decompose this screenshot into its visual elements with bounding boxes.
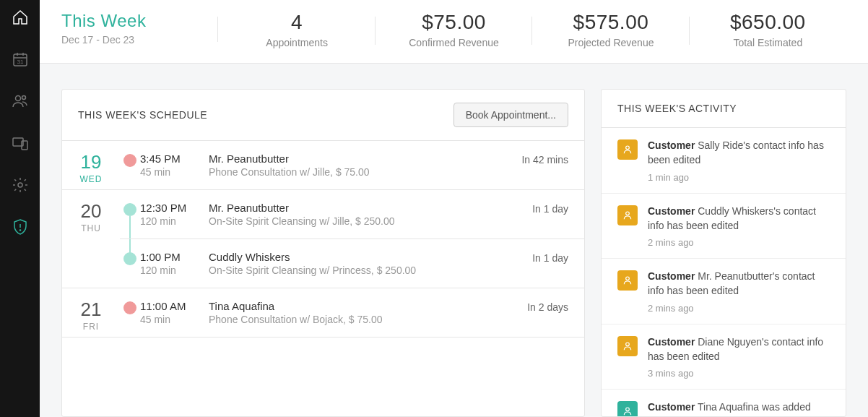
nav-calendar[interactable]: 31 [10,49,30,69]
nav-customers[interactable] [10,91,30,111]
svg-point-15 [626,343,630,346]
activity-body: Customer Diane Nguyen's contact info has… [648,335,830,379]
appointment-row[interactable]: 3:45 PM45 minMr. PeanutbutterPhone Consu… [120,141,584,189]
status-dot-col [120,202,140,216]
status-dot-icon [123,252,136,265]
day-group: 19WED3:45 PM45 minMr. PeanutbutterPhone … [62,141,584,190]
appointment-customer: Mr. Peanutbutter [209,202,489,214]
activity-title: THIS WEEK'S ACTIVITY [617,103,737,114]
status-dot-icon [123,154,136,167]
activity-item[interactable]: Customer Diane Nguyen's contact info has… [602,324,846,390]
appointment-eta: In 2 days [489,300,568,313]
svg-point-13 [626,212,630,215]
nav-home[interactable] [10,7,30,27]
schedule-title: THIS WEEK'S SCHEDULE [78,109,207,121]
detail-column: Cuddly WhiskersOn-Site Spirit Cleansing … [209,251,489,276]
stat-label: Appointments [218,37,375,48]
stat-value: 4 [218,11,375,34]
detail-column: Mr. PeanutbutterPhone Consultation w/ Ji… [209,152,489,178]
appointment-row[interactable]: 11:00 AM45 minTina AquafinaPhone Consult… [120,288,584,337]
day-number: 20 [62,202,120,220]
schedule-days: 19WED3:45 PM45 minMr. PeanutbutterPhone … [62,141,584,338]
activity-header: THIS WEEK'S ACTIVITY [602,90,846,128]
person-icon [617,139,638,160]
day-group: 20THU12:30 PM120 minMr. PeanutbutterOn-S… [62,190,584,288]
svg-point-14 [626,277,630,280]
gear-icon [12,176,29,194]
day-abbr: THU [62,223,120,233]
activity-item[interactable]: Customer Sally Ride's contact info has b… [602,128,846,194]
appointment-duration: 120 min [140,265,209,276]
appointment-duration: 120 min [140,215,209,227]
svg-point-16 [626,408,630,411]
stats-bar: This Week Dec 17 - Dec 23 4 Appointments… [40,0,868,64]
appointment-description: Phone Consultation w/ Bojack, $ 75.00 [209,314,489,325]
status-dot-icon [123,203,136,216]
schedule-header: THIS WEEK'S SCHEDULE Book Appointment... [62,90,584,141]
stat-appointments: 4 Appointments [218,11,375,48]
sidebar: 31 [0,0,40,417]
activity-body: Customer Tina Aquafina was added5 mins a… [648,400,830,416]
svg-point-9 [18,183,22,187]
activity-time: 1 min ago [648,172,830,183]
time-column: 3:45 PM45 min [140,152,209,178]
appointment-description: On-Site Spirit Cleansing w/ Jille, $ 250… [209,215,489,227]
svg-point-11 [19,230,20,231]
appointment-duration: 45 min [140,314,209,325]
activity-body: Customer Cuddly Whiskers's contact info … [648,204,830,249]
stat-value: $575.00 [532,11,689,34]
nav-devices[interactable] [10,133,30,153]
stat-week: This Week Dec 17 - Dec 23 [61,11,218,46]
person-icon [617,336,638,356]
appointment-list: 12:30 PM120 minMr. PeanutbutterOn-Site S… [120,190,584,288]
content-row: THIS WEEK'S SCHEDULE Book Appointment...… [40,64,868,417]
stat-confirmed: $75.00 Confirmed Revenue [376,11,532,48]
activity-time: 2 mins ago [648,303,830,314]
shield-alert-icon [12,218,29,236]
nav-settings[interactable] [10,175,30,195]
activity-text: Customer Mr. Peanutbutter's contact info… [648,269,830,298]
activity-text: Customer Cuddly Whiskers's contact info … [648,204,830,233]
activity-item[interactable]: Customer Cuddly Whiskers's contact info … [602,194,846,259]
activity-text: Customer Sally Ride's contact info has b… [648,138,830,168]
stat-projected: $575.00 Projected Revenue [532,11,689,48]
devices-icon [12,134,29,152]
svg-point-6 [22,96,25,100]
calendar-icon: 31 [12,51,29,68]
stat-total: $650.00 Total Estimated [690,11,846,48]
day-abbr: WED [62,174,120,184]
day-abbr: FRI [62,322,120,332]
detail-column: Tina AquafinaPhone Consultation w/ Bojac… [209,300,489,325]
appointment-list: 3:45 PM45 minMr. PeanutbutterPhone Consu… [120,141,584,189]
appointment-time: 11:00 AM [140,300,209,312]
stat-label: Total Estimated [690,37,846,48]
nav-security[interactable] [10,217,30,237]
day-group: 21FRI11:00 AM45 minTina AquafinaPhone Co… [62,288,584,338]
person-icon [617,205,638,225]
appointment-eta: In 1 day [489,251,568,264]
appointment-time: 12:30 PM [140,202,209,214]
stat-label: Confirmed Revenue [376,37,532,48]
week-title: This Week [61,11,218,31]
activity-item[interactable]: Customer Mr. Peanutbutter's contact info… [602,259,846,324]
status-dot-col [120,300,140,314]
status-dot-icon [123,301,136,314]
day-column: 20THU [62,190,120,288]
appointment-eta: In 1 day [489,202,568,215]
time-column: 1:00 PM120 min [140,251,209,276]
appointment-time: 3:45 PM [140,152,209,165]
appointment-row[interactable]: 12:30 PM120 minMr. PeanutbutterOn-Site S… [120,190,584,238]
appointment-eta: In 42 mins [489,152,568,165]
day-number: 19 [62,152,120,171]
svg-text:31: 31 [17,59,23,65]
appointment-row[interactable]: 1:00 PM120 minCuddly WhiskersOn-Site Spi… [120,238,584,288]
activity-item[interactable]: Customer Tina Aquafina was added5 mins a… [602,390,846,416]
appointment-time: 1:00 PM [140,251,209,263]
stat-label: Projected Revenue [532,37,689,48]
appointment-description: Phone Consultation w/ Jille, $ 75.00 [209,166,489,178]
book-appointment-button[interactable]: Book Appointment... [453,103,568,127]
appointment-description: On-Site Spirit Cleansing w/ Princess, $ … [209,265,489,276]
appointment-duration: 45 min [140,166,209,178]
appointment-customer: Mr. Peanutbutter [209,152,489,165]
appointment-customer: Cuddly Whiskers [209,251,489,263]
